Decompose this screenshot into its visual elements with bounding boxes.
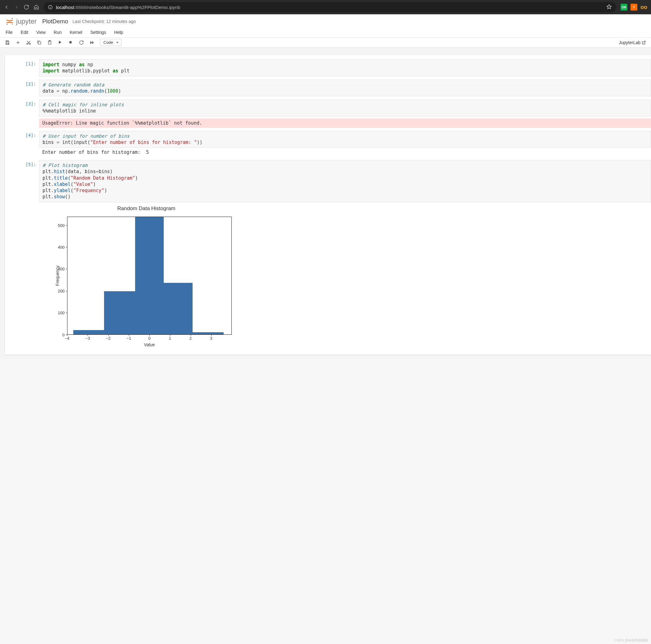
menu-settings[interactable]: Settings bbox=[90, 29, 107, 36]
browser-chrome: localhost:8888/notebooks/Streamlit-app%2… bbox=[0, 0, 651, 14]
url-bar[interactable]: localhost:8888/notebooks/Streamlit-app%2… bbox=[43, 2, 616, 12]
menu-kernel[interactable]: Kernel bbox=[69, 29, 83, 36]
ytick: 200 bbox=[45, 288, 65, 293]
code-input[interactable]: import numpy as np import matplotlib.pyp… bbox=[39, 59, 651, 77]
histogram-bar bbox=[73, 330, 104, 334]
xtick: −4 bbox=[65, 336, 69, 341]
extensions: ON Y oo bbox=[621, 4, 647, 10]
xtick: 2 bbox=[189, 336, 192, 341]
code-input[interactable]: # Plot histogram plt.hist(data, bins=bin… bbox=[39, 160, 651, 202]
fast-forward-icon[interactable] bbox=[89, 40, 94, 45]
histogram-chart: Value Frequency 0100200300400500−4−3−2−1… bbox=[45, 213, 235, 347]
notebook: [1]: import numpy as np import matplotli… bbox=[5, 55, 651, 355]
cell-prompt: [3]: bbox=[5, 99, 39, 128]
cell-2[interactable]: [2]: # Generate random data data = np.ra… bbox=[5, 80, 651, 97]
chart-xlabel: Value bbox=[67, 342, 232, 347]
ytick: 500 bbox=[45, 223, 65, 228]
ytick: 0 bbox=[45, 332, 65, 337]
extension-loop-icon[interactable]: oo bbox=[641, 4, 647, 10]
menu-edit[interactable]: Edit bbox=[20, 29, 29, 36]
cell-3[interactable]: [3]: # Cell magic for inline plots %%mat… bbox=[5, 99, 651, 128]
stream-output: Enter number of bins for histogram: 5 bbox=[39, 148, 651, 157]
jupyterlab-label: JupyterLab bbox=[619, 40, 641, 45]
back-icon[interactable] bbox=[4, 4, 9, 10]
cell-prompt: [2]: bbox=[5, 80, 39, 97]
checkpoint-text: Last Checkpoint: 12 minutes ago bbox=[72, 19, 136, 24]
cell-type-select[interactable]: Code bbox=[100, 39, 121, 46]
xtick: 1 bbox=[169, 336, 171, 341]
menu-view[interactable]: View bbox=[36, 29, 46, 36]
info-icon bbox=[48, 5, 53, 10]
jupyterlab-link[interactable]: JupyterLab bbox=[619, 40, 646, 45]
menu-run[interactable]: Run bbox=[53, 29, 62, 36]
jupyter-logo-icon bbox=[5, 17, 14, 26]
ytick: 400 bbox=[45, 245, 65, 250]
notebook-title[interactable]: PlotDemo bbox=[42, 18, 68, 25]
error-output: UsageError: Line magic function `%%matpl… bbox=[39, 118, 651, 128]
menu-bar: FileEditViewRunKernelSettingsHelp bbox=[0, 27, 651, 38]
save-icon[interactable] bbox=[5, 40, 10, 45]
cell-1[interactable]: [1]: import numpy as np import matplotli… bbox=[5, 59, 651, 77]
reload-icon[interactable] bbox=[24, 4, 29, 10]
chart-output: Random Data Histogram Value Frequency 01… bbox=[39, 202, 651, 347]
ytick: 100 bbox=[45, 311, 65, 315]
jupyter-logo-text: jupyter bbox=[16, 18, 37, 26]
add-cell-icon[interactable] bbox=[16, 40, 21, 45]
bookmark-star-icon[interactable] bbox=[606, 4, 612, 10]
cell-4[interactable]: [4]: # User input for number of bins bin… bbox=[5, 131, 651, 157]
url-text: localhost:8888/notebooks/Streamlit-app%2… bbox=[56, 5, 180, 10]
copy-icon[interactable] bbox=[37, 40, 42, 45]
cell-prompt: [5]: bbox=[5, 160, 39, 347]
histogram-bar bbox=[192, 332, 223, 334]
xtick: −3 bbox=[85, 336, 90, 341]
cut-icon[interactable] bbox=[26, 40, 31, 45]
paste-icon[interactable] bbox=[47, 40, 52, 45]
extension-on-icon[interactable]: ON bbox=[621, 4, 627, 10]
svg-point-1 bbox=[12, 18, 13, 19]
home-icon[interactable] bbox=[34, 4, 39, 10]
ytick: 300 bbox=[45, 267, 65, 271]
xtick: −2 bbox=[106, 336, 111, 341]
menu-file[interactable]: File bbox=[5, 29, 13, 36]
run-icon[interactable] bbox=[58, 40, 63, 45]
forward-icon[interactable] bbox=[14, 4, 19, 10]
code-input[interactable]: # User input for number of bins bins = i… bbox=[39, 131, 651, 148]
jupyter-logo[interactable]: jupyter bbox=[5, 17, 37, 26]
svg-point-2 bbox=[6, 24, 7, 25]
histogram-bar bbox=[164, 283, 192, 334]
xtick: 0 bbox=[148, 336, 150, 341]
cell-5[interactable]: [5]: # Plot histogram plt.hist(data, bin… bbox=[5, 160, 651, 347]
svg-rect-9 bbox=[69, 41, 72, 43]
cell-prompt: [1]: bbox=[5, 59, 39, 77]
histogram-bar bbox=[104, 291, 135, 334]
restart-icon[interactable] bbox=[79, 40, 84, 45]
jupyter-header: jupyter PlotDemo Last Checkpoint: 12 min… bbox=[0, 14, 651, 27]
svg-rect-6 bbox=[38, 42, 41, 44]
notebook-area: [1]: import numpy as np import matplotli… bbox=[0, 48, 651, 358]
toolbar: Code JupyterLab bbox=[0, 38, 651, 48]
extension-y-icon[interactable]: Y bbox=[630, 4, 637, 10]
cell-prompt: [4]: bbox=[5, 131, 39, 157]
code-input[interactable]: # Cell magic for inline plots %%matplotl… bbox=[39, 99, 651, 117]
menu-help[interactable]: Help bbox=[114, 29, 124, 36]
xtick: 3 bbox=[210, 336, 212, 341]
code-input[interactable]: # Generate random data data = np.random.… bbox=[39, 80, 651, 97]
chart-title: Random Data Histogram bbox=[58, 205, 235, 212]
chart-ylabel: Frequency bbox=[47, 217, 68, 335]
xtick: −1 bbox=[126, 336, 131, 341]
stop-icon[interactable] bbox=[68, 40, 73, 45]
external-link-icon bbox=[642, 40, 646, 45]
svg-point-3 bbox=[12, 24, 13, 25]
histogram-bar bbox=[135, 217, 164, 335]
